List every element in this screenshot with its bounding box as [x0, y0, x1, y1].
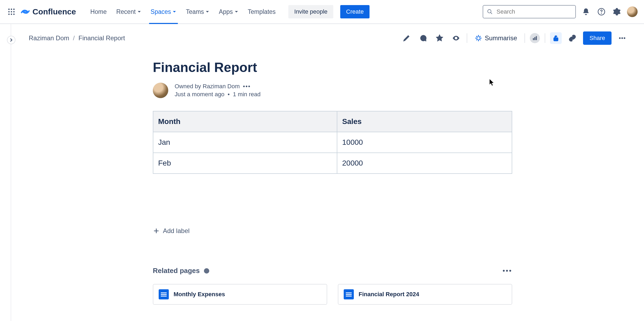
svg-point-4	[11, 11, 12, 12]
app-switcher[interactable]	[6, 7, 17, 17]
svg-line-10	[491, 13, 492, 14]
related-page-title: Monthly Expenses	[174, 291, 225, 298]
cell-month: Jan	[153, 132, 337, 153]
toolbar-separator	[524, 33, 525, 43]
confluence-logo[interactable]: Confluence	[21, 7, 76, 16]
svg-point-18	[621, 37, 623, 39]
info-icon[interactable]	[203, 268, 210, 274]
breadcrumb: Raziman Dom / Financial Report	[29, 34, 125, 42]
chevron-down-icon	[206, 10, 209, 14]
svg-point-1	[11, 9, 12, 10]
invite-people-button[interactable]: Invite people	[288, 5, 333, 18]
table-header-row: Month Sales	[153, 111, 512, 132]
nav-spaces[interactable]: Spaces	[146, 0, 181, 23]
cell-sales: 10000	[337, 132, 512, 153]
toolbar-separator	[467, 33, 467, 43]
nav-recent[interactable]: Recent	[112, 0, 146, 23]
search-input[interactable]	[496, 8, 572, 15]
star-button[interactable]	[434, 32, 445, 44]
watch-button[interactable]	[450, 32, 462, 44]
eye-icon	[452, 34, 460, 42]
page-tools: Summarise Share	[401, 31, 628, 45]
related-page-card[interactable]: Monthly Expenses	[153, 284, 327, 305]
svg-point-7	[11, 14, 12, 15]
breadcrumb-page[interactable]: Financial Report	[79, 34, 125, 42]
nav-apps[interactable]: Apps	[214, 0, 243, 23]
more-actions-button[interactable]	[616, 32, 628, 44]
gear-icon	[613, 8, 621, 16]
toolbar-separator	[545, 33, 545, 43]
table-row: Jan 10000	[153, 132, 512, 153]
chevron-down-icon	[235, 10, 238, 14]
pencil-icon	[403, 34, 411, 42]
breadcrumb-separator: /	[73, 34, 75, 42]
notifications-button[interactable]	[581, 6, 591, 17]
svg-rect-14	[534, 37, 535, 40]
chart-icon	[532, 35, 538, 41]
nav-home[interactable]: Home	[85, 0, 111, 23]
ai-sparkle-icon	[475, 34, 482, 42]
col-header-month: Month	[153, 111, 337, 132]
app-switcher-icon	[8, 8, 15, 15]
analytics-button[interactable]	[530, 33, 540, 43]
byline-more-button[interactable]: •••	[243, 83, 251, 90]
financial-table: Month Sales Jan 10000 Feb 20000	[153, 111, 512, 174]
breadcrumb-space[interactable]: Raziman Dom	[29, 34, 69, 42]
link-icon	[568, 34, 576, 42]
global-nav: Confluence Home Recent Spaces Teams Apps…	[0, 0, 644, 24]
more-icon	[618, 34, 626, 42]
profile-avatar[interactable]	[627, 6, 638, 17]
chevron-down-icon	[137, 10, 141, 14]
comments-button[interactable]	[417, 32, 429, 44]
product-name: Confluence	[32, 7, 76, 16]
svg-rect-15	[536, 36, 537, 40]
help-icon	[597, 8, 605, 16]
primary-nav: Home Recent Spaces Teams Apps Templates	[85, 0, 280, 23]
chevron-down-icon	[173, 10, 176, 14]
page-byline: Owned by Raziman Dom ••• Just a moment a…	[153, 83, 512, 98]
svg-point-3	[8, 11, 10, 12]
confluence-logo-icon	[21, 7, 30, 16]
svg-point-8	[13, 14, 15, 15]
related-page-title: Financial Report 2024	[359, 291, 419, 298]
cell-sales: 20000	[337, 153, 512, 174]
related-pages-heading: Related pages	[153, 267, 200, 275]
svg-point-19	[624, 37, 625, 39]
svg-point-22	[206, 269, 207, 270]
nav-right	[483, 5, 638, 18]
copy-link-button[interactable]	[567, 32, 578, 44]
lock-open-icon	[552, 34, 560, 42]
related-page-card[interactable]: Financial Report 2024	[338, 284, 512, 305]
page-icon	[344, 289, 354, 299]
share-button[interactable]: Share	[583, 31, 612, 45]
create-button[interactable]: Create	[340, 5, 370, 18]
owner-name[interactable]: Raziman Dom	[203, 83, 240, 90]
settings-button[interactable]	[612, 6, 622, 17]
svg-point-6	[8, 14, 10, 15]
help-button[interactable]	[596, 6, 607, 17]
page-shell: Raziman Dom / Financial Report Summarise	[11, 24, 644, 321]
col-header-sales: Sales	[337, 111, 512, 132]
chevron-right-icon	[9, 38, 13, 42]
owned-by-label: Owned by Raziman Dom	[175, 83, 240, 90]
last-modified[interactable]: Just a moment ago	[175, 91, 224, 98]
nav-templates[interactable]: Templates	[243, 0, 281, 23]
global-search[interactable]	[483, 5, 576, 18]
summarise-button[interactable]: Summarise	[472, 33, 520, 43]
edit-button[interactable]	[401, 32, 412, 44]
page-title: Financial Report	[153, 60, 512, 75]
svg-point-2	[13, 9, 15, 10]
related-more-button[interactable]: •••	[503, 267, 512, 275]
nav-teams[interactable]: Teams	[181, 0, 214, 23]
expand-sidebar-button[interactable]	[7, 36, 15, 44]
svg-point-17	[619, 37, 621, 39]
svg-point-0	[8, 9, 10, 10]
svg-point-12	[601, 13, 602, 14]
owner-avatar[interactable]	[153, 83, 168, 98]
restrictions-button[interactable]	[550, 32, 562, 44]
svg-rect-16	[554, 38, 558, 41]
table-row: Feb 20000	[153, 153, 512, 174]
add-label-button[interactable]: Add label	[153, 227, 190, 235]
cell-month: Feb	[153, 153, 337, 174]
plus-icon	[153, 227, 160, 234]
